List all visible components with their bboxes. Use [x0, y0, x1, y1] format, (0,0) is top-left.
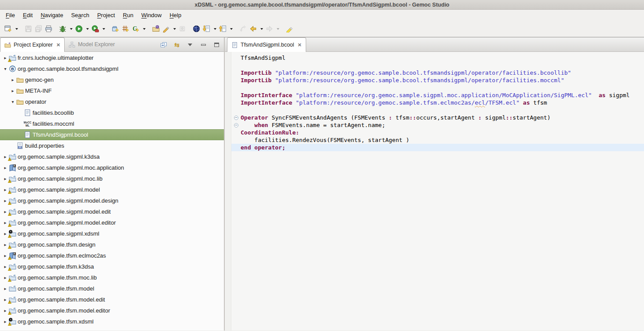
tree-item-org.gemoc.sample.tfsm.xdsml[interactable]: ▸org.gemoc.sample.tfsm.xdsml	[0, 316, 224, 327]
toggle-mark-occurrences-button[interactable]	[285, 23, 294, 35]
code-line-1[interactable]: TfsmAndSigpml	[231, 54, 644, 62]
tree-item-gemoc-gen[interactable]: ▸gemoc-gen	[0, 74, 224, 85]
expand-arrow-icon[interactable]: ▸	[3, 55, 8, 60]
search-dropdown-icon[interactable]	[173, 28, 176, 30]
code-line-4[interactable]: ImportLib "platform:/resource/org.gemoc.…	[231, 76, 644, 84]
tree-item-facilities.bcoollib[interactable]: facilities.bcoollib	[0, 107, 224, 118]
tree-item-org.gemoc.sample.tfsm.design[interactable]: ▸org.gemoc.sample.tfsm.design	[0, 239, 224, 250]
collapse-arrow-icon[interactable]: ▾	[3, 66, 8, 71]
code-line-7[interactable]: ImportInterface "platform:/resource/org.…	[231, 99, 644, 106]
expand-arrow-icon[interactable]: ▸	[10, 88, 15, 93]
debug-dropdown-icon[interactable]	[70, 28, 73, 30]
fold-collapse-icon[interactable]: −	[231, 121, 241, 129]
code-line-3[interactable]: ImportLib "platform:/resource/org.gemoc.…	[231, 69, 644, 76]
tree-item-org.gemoc.sample.sigpml.moc.lib[interactable]: ▸org.gemoc.sample.sigpml.moc.lib	[0, 173, 224, 184]
new-wizard-dropdown-icon[interactable]	[15, 28, 18, 30]
menu-navigate[interactable]: Navigate	[37, 11, 67, 20]
expand-arrow-icon[interactable]: ▸	[3, 275, 8, 280]
new-grid-project-button[interactable]	[121, 23, 130, 35]
tree-item-org.gemoc.sample.tfsm.model[interactable]: ▸org.gemoc.sample.tfsm.model	[0, 283, 224, 294]
tree-item-org.gemoc.sample.tfsm.model.edit[interactable]: ▸org.gemoc.sample.tfsm.model.edit	[0, 294, 224, 305]
tree-item-TfsmAndSigpml.bcool[interactable]: TfsmAndSigpml.bcool	[0, 129, 224, 140]
external-tools-button[interactable]	[91, 23, 100, 35]
tree-item-org.gemoc.sample.sigpml.model.design[interactable]: ▸org.gemoc.sample.sigpml.model.design	[0, 195, 224, 206]
tab-model-explorer[interactable]: Model Explorer	[65, 37, 119, 51]
expand-arrow-icon[interactable]: ▸	[3, 154, 8, 159]
code-line-10[interactable]: − when FSMEvents.name = startAgent.name;	[231, 121, 644, 129]
tree-item-fr.cnrs.luchogie.ultimateplotter[interactable]: ▸fr.cnrs.luchogie.ultimateplotter	[0, 52, 224, 63]
open-element-button[interactable]	[151, 23, 161, 35]
new-wizard-button[interactable]	[4, 23, 13, 35]
close-tab-icon[interactable]: ✕	[55, 42, 60, 48]
link-with-editor-icon[interactable]: ⇆	[173, 41, 181, 49]
close-editor-tab-icon[interactable]: ✕	[297, 42, 302, 48]
expand-arrow-icon[interactable]: ▸	[3, 231, 8, 236]
expand-arrow-icon[interactable]: ▸	[3, 198, 8, 203]
code-line-11[interactable]: CoordinationRule:	[231, 129, 644, 136]
tree-item-facilities.moccml[interactable]: MoCCMLfacilities.moccml	[0, 118, 224, 129]
tree-item-operator[interactable]: ▾operator	[0, 96, 224, 107]
code-editor[interactable]: TfsmAndSigpmlImportLib "platform:/resour…	[225, 52, 644, 331]
code-line-6[interactable]: ImportInterface "platform:/resource/org.…	[231, 91, 644, 99]
tree-item-org.gemoc.sample.sigpml.moc.application[interactable]: ▸Eorg.gemoc.sample.sigpml.moc.applicatio…	[0, 162, 224, 173]
tree-item-org.gemoc.sample.tfsm.eclmoc2as[interactable]: ▸Eorg.gemoc.sample.tfsm.eclmoc2as	[0, 250, 224, 261]
minimize-icon[interactable]	[199, 41, 207, 49]
new-modeling-project-button[interactable]	[111, 23, 120, 35]
code-line-8[interactable]	[231, 106, 644, 114]
tree-item-META-INF[interactable]: ▸META-INF	[0, 85, 224, 96]
tab-editor-TfsmAndSigpml.bcool[interactable]: TfsmAndSigpml.bcool✕	[227, 37, 306, 52]
previous-annotation-button[interactable]	[218, 23, 227, 35]
code-line-12[interactable]: facilities.RendezVous(FSMEvents, startAg…	[231, 136, 644, 144]
run-button[interactable]	[74, 23, 84, 35]
expand-arrow-icon[interactable]: ▸	[3, 308, 8, 313]
previous-annotation-dropdown-icon[interactable]	[230, 28, 233, 30]
menu-project[interactable]: Project	[93, 11, 119, 20]
expand-arrow-icon[interactable]: ▸	[3, 253, 8, 258]
tree-item-org.gemoc.sample.sigpml.model.edit[interactable]: ▸org.gemoc.sample.sigpml.model.edit	[0, 206, 224, 217]
menu-window[interactable]: Window	[137, 11, 165, 20]
expand-arrow-icon[interactable]: ▸	[10, 77, 15, 82]
expand-arrow-icon[interactable]: ▸	[3, 242, 8, 247]
tree-item-org.gemoc.sample.tfsm.moc.lib[interactable]: ▸org.gemoc.sample.tfsm.moc.lib	[0, 272, 224, 283]
next-annotation-dropdown-icon[interactable]	[214, 28, 216, 30]
tree-item-build.properties[interactable]: 010build.properties	[0, 140, 224, 151]
tree-item-org.gemoc.sample.bcool.tfsmandsigpml[interactable]: ▾Borg.gemoc.sample.bcool.tfsmandsigpml	[0, 63, 224, 74]
new-gemoc-project-dropdown-icon[interactable]	[143, 28, 146, 30]
menu-edit[interactable]: Edit	[19, 11, 37, 20]
tree-item-org.gemoc.sample.sigpml.k3dsa[interactable]: ▸org.gemoc.sample.sigpml.k3dsa	[0, 151, 224, 162]
debug-button[interactable]	[58, 23, 67, 35]
code-area[interactable]: TfsmAndSigpmlImportLib "platform:/resour…	[231, 52, 644, 331]
tree-item-org.gemoc.sample.tfsm.model.editor[interactable]: ▸org.gemoc.sample.tfsm.model.editor	[0, 305, 224, 316]
expand-arrow-icon[interactable]: ▸	[3, 176, 8, 181]
expand-arrow-icon[interactable]: ▸	[3, 187, 8, 192]
expand-arrow-icon[interactable]: ▸	[3, 319, 8, 324]
view-menu-icon[interactable]	[186, 41, 194, 49]
tree-item-org.gemoc.sample.sigpml.xdsml[interactable]: ▸org.gemoc.sample.sigpml.xdsml	[0, 228, 224, 239]
search-button[interactable]	[161, 23, 171, 35]
maximize-icon[interactable]	[212, 41, 220, 49]
menu-file[interactable]: File	[2, 11, 19, 20]
tree-item-org.gemoc.sample.tfsm.k3dsa[interactable]: ▸org.gemoc.sample.tfsm.k3dsa	[0, 261, 224, 272]
menu-run[interactable]: Run	[119, 11, 137, 20]
collapse-all-icon[interactable]	[160, 41, 168, 49]
tree-item-org.gemoc.sample.sigpml.model[interactable]: ▸org.gemoc.sample.sigpml.model	[0, 184, 224, 195]
fold-collapse-icon[interactable]: −	[231, 114, 241, 121]
expand-arrow-icon[interactable]: ▸	[3, 297, 8, 302]
tab-project-explorer[interactable]: Project Explorer✕	[0, 37, 65, 52]
external-tools-dropdown-icon[interactable]	[102, 28, 105, 30]
run-dropdown-icon[interactable]	[86, 28, 89, 30]
expand-arrow-icon[interactable]: ▸	[3, 264, 8, 269]
menu-search[interactable]: Search	[67, 11, 93, 20]
open-web-browser-button[interactable]	[192, 23, 201, 35]
expand-arrow-icon[interactable]: ▸	[3, 286, 8, 291]
code-line-9[interactable]: −Operator SyncFSMEventsAndAgents (FSMEve…	[231, 114, 644, 121]
new-gemoc-project-button[interactable]: G	[131, 23, 140, 35]
code-line-13[interactable]: end operator;	[231, 144, 644, 151]
tree-item-org.gemoc.sample.sigpml.model.editor[interactable]: ▸org.gemoc.sample.sigpml.model.editor	[0, 217, 224, 228]
back-dropdown-icon[interactable]	[260, 28, 263, 30]
expand-arrow-icon[interactable]: ▸	[3, 220, 8, 225]
expand-arrow-icon[interactable]: ▸	[3, 165, 8, 170]
expand-arrow-icon[interactable]: ▸	[3, 209, 8, 214]
next-annotation-button[interactable]	[202, 23, 211, 35]
code-line-2[interactable]	[231, 62, 644, 69]
